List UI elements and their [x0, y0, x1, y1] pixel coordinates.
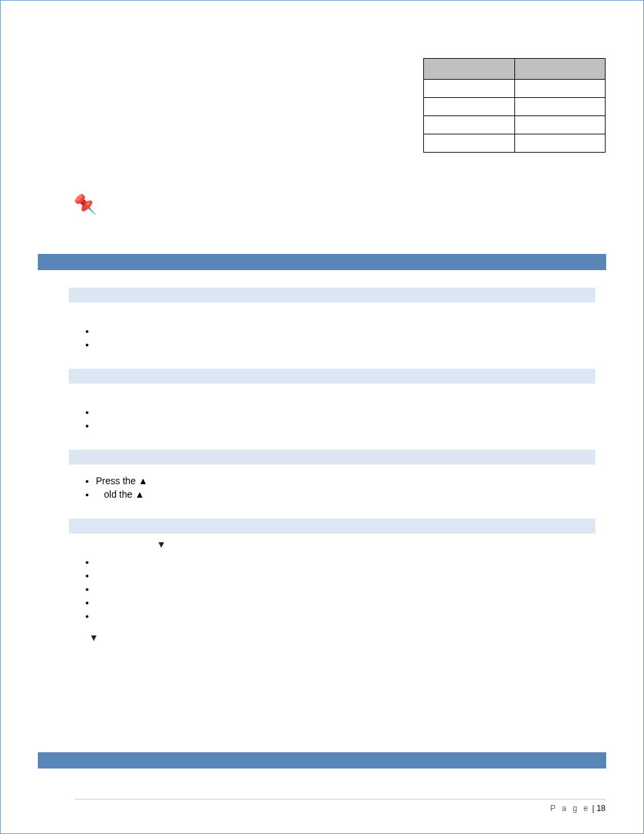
section-heading-bar	[38, 254, 606, 270]
bullet-list	[76, 324, 595, 351]
subsection-bar	[69, 369, 595, 384]
top-table-area	[38, 58, 606, 153]
footer-sep: |	[590, 804, 597, 813]
bullet-list: Press the ▲ old the ▲	[76, 474, 595, 501]
list-item	[96, 582, 595, 596]
table-row	[424, 80, 606, 98]
down-triangle-icon: ▼	[89, 632, 99, 643]
paragraph	[69, 308, 595, 320]
content-block: Press the ▲ old the ▲ ▼ ▼	[69, 288, 595, 644]
list-item	[96, 609, 595, 623]
footer-label: P a g e	[550, 804, 590, 813]
page-number: 18	[597, 804, 606, 813]
paragraph: ▼	[69, 632, 595, 644]
list-item	[96, 324, 595, 338]
bullet-list	[76, 555, 595, 623]
list-item	[96, 419, 595, 432]
down-triangle-icon: ▼	[157, 539, 166, 550]
table-header-row	[424, 59, 606, 80]
subsection-bar	[69, 519, 595, 533]
paragraph: ▼	[69, 539, 595, 551]
subsection-bar	[69, 450, 595, 465]
section-heading-bar	[38, 752, 606, 768]
note-row: 📌	[74, 193, 606, 220]
footer-divider	[75, 799, 606, 800]
list-item	[96, 405, 595, 419]
paragraph	[69, 389, 595, 401]
list-item	[96, 596, 595, 609]
table-row	[424, 98, 606, 116]
bullet-list	[76, 405, 595, 432]
subsection-bar	[69, 288, 595, 303]
list-item	[96, 338, 595, 351]
list-item: Press the ▲	[96, 474, 595, 488]
table-header-cell	[514, 59, 606, 80]
document-page: 📌 Press the ▲ old the ▲ ▼	[0, 0, 644, 834]
table-header-cell	[424, 59, 515, 80]
pushpin-icon: 📌	[74, 193, 97, 215]
table-row	[424, 134, 606, 153]
list-item: old the ▲	[96, 488, 595, 501]
list-item	[96, 569, 595, 582]
info-table	[423, 58, 606, 153]
table-row	[424, 116, 606, 134]
list-item	[96, 555, 595, 569]
page-footer: P a g e | 18	[550, 804, 606, 813]
